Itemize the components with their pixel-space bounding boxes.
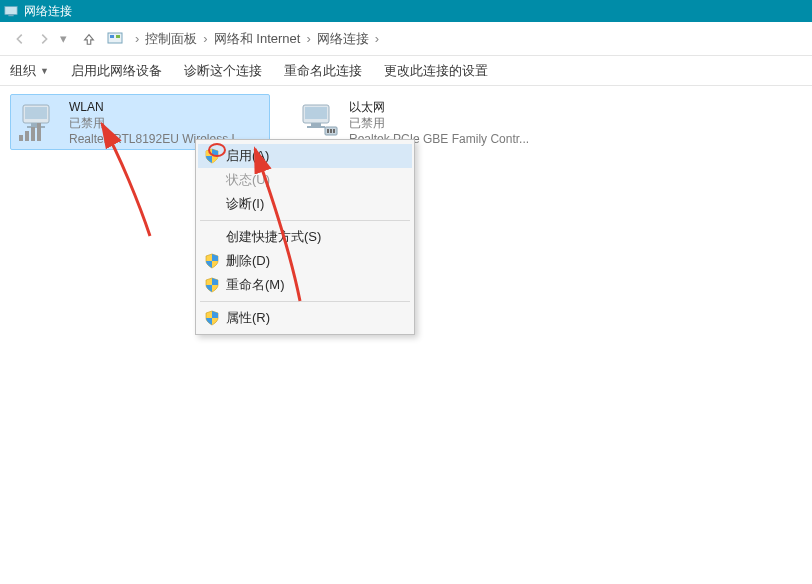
cmd-change-settings[interactable]: 更改此连接的设置 xyxy=(384,62,488,80)
crumb-network-internet[interactable]: 网络和 Internet xyxy=(214,30,301,48)
ctx-rename-label: 重命名(M) xyxy=(226,276,285,294)
svg-rect-14 xyxy=(327,129,329,133)
nav-bar: ▾ › 控制面板 › 网络和 Internet › 网络连接 › xyxy=(0,22,812,56)
chevron-down-icon: ▼ xyxy=(40,66,49,76)
window-title: 网络连接 xyxy=(24,3,72,20)
ctx-create-shortcut[interactable]: 创建快捷方式(S) xyxy=(198,225,412,249)
ctx-delete[interactable]: 删除(D) xyxy=(198,249,412,273)
cmd-rename[interactable]: 重命名此连接 xyxy=(284,62,362,80)
crumb-control-panel[interactable]: 控制面板 xyxy=(145,30,197,48)
ctx-diagnose-label: 诊断(I) xyxy=(226,195,264,213)
chevron-right-icon: › xyxy=(135,31,139,46)
nav-up-button[interactable] xyxy=(77,27,101,51)
wlan-adapter-icon xyxy=(17,99,61,143)
svg-rect-11 xyxy=(311,123,321,126)
uac-shield-icon xyxy=(204,148,220,164)
uac-shield-icon xyxy=(204,277,220,293)
cmd-enable-device[interactable]: 启用此网络设备 xyxy=(71,62,162,80)
nav-back-button[interactable] xyxy=(8,27,32,51)
adapter-status: 已禁用 xyxy=(69,115,248,131)
command-bar: 组织 ▼ 启用此网络设备 诊断这个连接 重命名此连接 更改此连接的设置 xyxy=(0,56,812,86)
content-area: WLAN 已禁用 Realtek RTL8192EU Wireless L... xyxy=(0,86,812,584)
ethernet-adapter-icon xyxy=(297,99,341,143)
svg-rect-4 xyxy=(116,35,120,38)
svg-rect-1 xyxy=(8,15,13,17)
uac-shield-icon xyxy=(204,253,220,269)
control-panel-icon xyxy=(107,31,123,47)
uac-shield-icon xyxy=(204,310,220,326)
ctx-create-shortcut-label: 创建快捷方式(S) xyxy=(226,228,321,246)
svg-rect-6 xyxy=(25,107,47,119)
svg-rect-16 xyxy=(333,129,335,133)
ctx-properties-label: 属性(R) xyxy=(226,309,270,327)
svg-rect-10 xyxy=(305,107,327,119)
ctx-separator xyxy=(200,220,410,221)
ctx-status: 状态(U) xyxy=(198,168,412,192)
ctx-properties[interactable]: 属性(R) xyxy=(198,306,412,330)
title-bar: 网络连接 xyxy=(0,0,812,22)
crumb-network-connections[interactable]: 网络连接 xyxy=(317,30,369,48)
svg-rect-3 xyxy=(110,35,114,38)
adapter-status: 已禁用 xyxy=(349,115,529,131)
svg-rect-15 xyxy=(330,129,332,133)
ctx-delete-label: 删除(D) xyxy=(226,252,270,270)
cmd-organize-label: 组织 xyxy=(10,62,36,80)
ctx-separator xyxy=(200,301,410,302)
cmd-diagnose[interactable]: 诊断这个连接 xyxy=(184,62,262,80)
ctx-enable-label: 启用(A) xyxy=(226,147,269,165)
ctx-enable[interactable]: 启用(A) xyxy=(198,144,412,168)
chevron-right-icon: › xyxy=(375,31,379,46)
nav-forward-button[interactable] xyxy=(32,27,56,51)
adapter-name: WLAN xyxy=(69,99,248,115)
cmd-organize[interactable]: 组织 ▼ xyxy=(10,62,49,80)
ctx-status-label: 状态(U) xyxy=(226,171,270,189)
ctx-rename[interactable]: 重命名(M) xyxy=(198,273,412,297)
svg-rect-12 xyxy=(307,126,325,128)
adapter-name: 以太网 xyxy=(349,99,529,115)
svg-rect-0 xyxy=(5,7,17,15)
signal-bars-icon xyxy=(19,123,41,141)
context-menu: 启用(A) 状态(U) 诊断(I) 创建快捷方式(S) 删除(D) xyxy=(195,139,415,335)
breadcrumb: › 控制面板 › 网络和 Internet › 网络连接 › xyxy=(107,30,385,48)
window-icon xyxy=(4,4,18,18)
chevron-right-icon: › xyxy=(306,31,310,46)
chevron-right-icon: › xyxy=(203,31,207,46)
nav-sep: ▾ xyxy=(60,31,67,46)
ctx-diagnose[interactable]: 诊断(I) xyxy=(198,192,412,216)
